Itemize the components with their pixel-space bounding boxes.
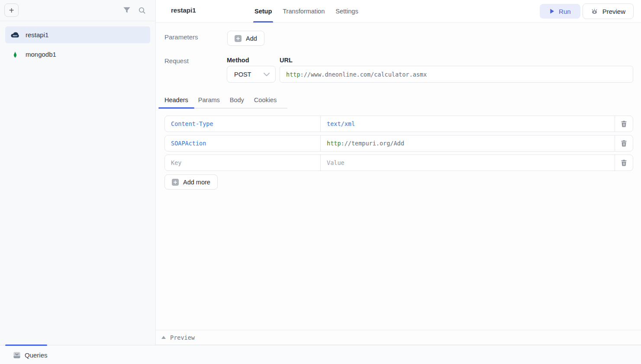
url-scheme: http — [286, 71, 300, 78]
sidebar-item-label: restapi1 — [26, 31, 48, 39]
top-actions: Run Preview — [540, 0, 634, 23]
run-button[interactable]: Run — [540, 4, 580, 19]
header-row — [164, 155, 633, 171]
delete-header-button[interactable] — [615, 135, 633, 151]
eye-icon — [591, 8, 598, 15]
top-bar: restapi1 Setup Transformation Settings R… — [156, 0, 641, 23]
sidebar-item-mongodb1[interactable]: mongodb1 — [5, 46, 150, 63]
preview-button[interactable]: Preview — [583, 3, 634, 19]
plus-icon — [172, 179, 179, 186]
queries-tab[interactable]: Queries — [13, 345, 48, 364]
header-row: Content-Type text/xml — [164, 116, 633, 132]
add-more-header-button[interactable]: Add more — [164, 174, 218, 190]
preview-panel-toggle[interactable]: Preview — [156, 330, 641, 345]
new-query-button[interactable]: + — [4, 3, 19, 17]
method-label: Method — [227, 57, 249, 64]
delete-header-button[interactable] — [615, 116, 633, 132]
header-value-input[interactable] — [327, 159, 609, 166]
top-tabs: Setup Transformation Settings — [254, 0, 359, 23]
trash-icon — [621, 120, 627, 127]
trash-icon — [621, 140, 627, 147]
sidebar-item-restapi1[interactable]: REST restapi1 — [5, 26, 150, 43]
preview-panel-label: Preview — [170, 334, 195, 341]
sidebar: + REST restapi1 — [0, 0, 156, 345]
delete-header-button[interactable] — [615, 155, 633, 171]
trash-icon — [621, 159, 627, 166]
rest-api-icon: REST — [10, 30, 20, 40]
query-list: REST restapi1 mongodb1 — [0, 21, 155, 63]
chevron-down-icon — [263, 72, 270, 77]
search-icon[interactable] — [138, 6, 146, 14]
header-row: SOAPAction http://tempuri.org/Add — [164, 135, 633, 151]
sidebar-header: + — [0, 0, 155, 21]
tab-transformation[interactable]: Transformation — [282, 0, 325, 23]
filter-icon[interactable] — [123, 6, 131, 14]
url-rest: ://www.dneonline.com/calculator.asmx — [300, 71, 427, 78]
subtab-headers[interactable]: Headers — [164, 97, 188, 108]
sidebar-item-label: mongodb1 — [26, 51, 56, 58]
parameters-label: Parameters — [164, 33, 198, 41]
bottom-bar: Queries — [0, 345, 641, 364]
query-title: restapi1 — [171, 6, 196, 14]
header-value-field[interactable]: http://tempuri.org/Add — [321, 135, 615, 151]
header-value-field — [321, 155, 615, 171]
tab-setup[interactable]: Setup — [254, 0, 273, 23]
header-value-field[interactable]: text/xml — [321, 116, 615, 132]
header-key-field[interactable]: SOAPAction — [165, 135, 321, 151]
url-label: URL — [280, 57, 293, 64]
url-input[interactable]: http://www.dneonline.com/calculator.asmx — [280, 66, 633, 83]
request-subtabs: Headers Params Body Cookies — [164, 97, 287, 109]
expand-up-icon — [161, 336, 166, 339]
header-key-input[interactable] — [171, 159, 314, 166]
plus-icon — [235, 35, 242, 42]
play-icon — [549, 8, 555, 14]
queries-panel-icon — [13, 351, 21, 359]
header-key-field[interactable]: Content-Type — [165, 116, 321, 132]
method-dropdown[interactable]: POST — [227, 66, 276, 83]
subtab-cookies[interactable]: Cookies — [254, 97, 277, 108]
method-value: POST — [234, 71, 263, 78]
subtab-params[interactable]: Params — [198, 97, 220, 108]
app-window: + REST restapi1 — [0, 0, 641, 364]
setup-panel: Parameters Add Request Method URL POST h… — [156, 23, 641, 345]
subtab-body[interactable]: Body — [230, 97, 244, 108]
request-label: Request — [164, 57, 189, 64]
mongodb-icon — [10, 50, 20, 59]
queries-tab-label: Queries — [25, 351, 48, 359]
header-key-field — [165, 155, 321, 171]
add-parameter-button[interactable]: Add — [227, 31, 264, 46]
svg-text:REST: REST — [13, 35, 18, 36]
tab-settings[interactable]: Settings — [335, 0, 359, 23]
